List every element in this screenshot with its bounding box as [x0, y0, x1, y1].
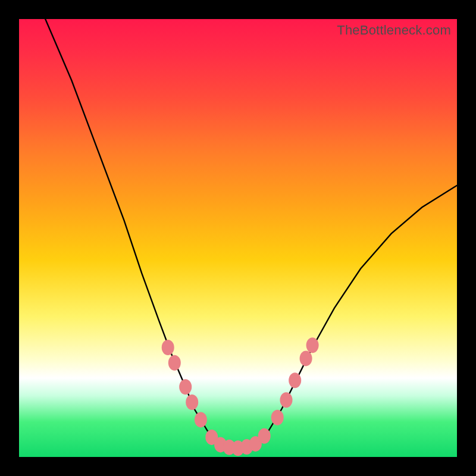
marker-group [162, 337, 319, 456]
marker-dot [271, 410, 284, 425]
marker-dot [258, 428, 271, 444]
marker-dot [186, 394, 198, 410]
marker-dot [289, 372, 301, 388]
marker-dot [179, 379, 192, 394]
marker-dot [306, 337, 319, 353]
plot-area: TheBottleneck.com [19, 19, 457, 457]
chart-frame: TheBottleneck.com [0, 0, 476, 476]
marker-dot [195, 412, 207, 427]
marker-dot [300, 350, 312, 366]
chart-svg [19, 19, 457, 457]
marker-dot [280, 392, 293, 408]
marker-dot [162, 340, 174, 355]
marker-dot [168, 355, 181, 371]
curve-line [45, 19, 457, 448]
